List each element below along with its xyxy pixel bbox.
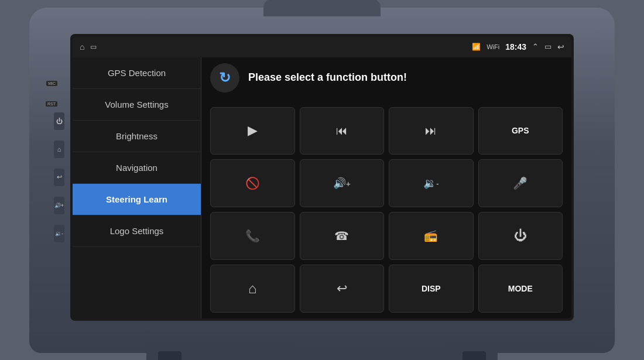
header-text: Please select a function button! — [248, 71, 407, 84]
home-side-btn[interactable]: ⌂ — [54, 140, 64, 158]
gps-button[interactable]: GPS — [478, 107, 563, 155]
mute-icon: 🚫 — [245, 176, 260, 190]
sidebar-item-brightness[interactable]: Brightness — [73, 121, 201, 152]
hook-icon: ☎ — [334, 229, 349, 243]
mount-corner-left — [158, 351, 181, 361]
function-button-grid: ▶ ⏮ ⏭ GPS 🚫 — [210, 107, 563, 313]
power-button[interactable]: ⏻ — [478, 212, 563, 260]
content-area: ↻ Please select a function button! ▶ ⏮ — [201, 57, 571, 318]
disp-label: DISP — [422, 284, 441, 293]
vol-down-side-btn[interactable]: 🔉- — [54, 225, 64, 242]
sidebar-item-navigation[interactable]: Navigation — [73, 152, 201, 184]
main-content: GPS Detection Volume Settings Brightness… — [73, 57, 571, 318]
home-icon: ⌂ — [248, 280, 257, 297]
rst-label: RST — [46, 101, 57, 107]
radio-button[interactable]: 📻 — [389, 212, 474, 260]
status-bar: ⌂ ▭ 📶 WiFi 18:43 ⌃ ▭ ↩ — [73, 36, 571, 57]
mount-corner-right — [463, 351, 486, 361]
vol-up-side-btn[interactable]: 🔊+ — [54, 197, 64, 214]
vol-up-icon: 🔊+ — [333, 177, 351, 190]
back-button[interactable]: ↩ — [300, 265, 385, 313]
window-icon[interactable]: ▭ — [544, 42, 551, 51]
skip-next-icon: ⏭ — [425, 124, 437, 138]
power-side-btn[interactable]: ⏻ — [54, 112, 64, 130]
chevron-up-icon: ⌃ — [532, 42, 539, 51]
screen: ⌂ ▭ 📶 WiFi 18:43 ⌃ ▭ ↩ GPS Detection — [73, 36, 571, 318]
mic-label: MIC — [46, 81, 57, 86]
side-buttons: ⏻ ⌂ ↩ 🔊+ 🔉- — [54, 112, 64, 242]
mode-label: MODE — [508, 284, 533, 293]
refresh-icon[interactable]: ↻ — [210, 63, 239, 92]
home-button[interactable]: ⌂ — [210, 265, 295, 313]
back-side-btn[interactable]: ↩ — [54, 169, 64, 186]
vol-down-button[interactable]: 🔉- — [389, 159, 474, 207]
sidebar-item-logo-settings[interactable]: Logo Settings — [73, 215, 201, 247]
hook-button[interactable]: ☎ — [300, 212, 385, 260]
status-time: 18:43 — [505, 42, 526, 52]
phone-icon: 📞 — [245, 229, 260, 243]
mode-button[interactable]: MODE — [478, 265, 563, 313]
back-status-icon[interactable]: ↩ — [557, 42, 564, 52]
sidebar-item-gps-detection[interactable]: GPS Detection — [73, 57, 201, 89]
gps-label: GPS — [512, 126, 529, 135]
back-icon: ↩ — [337, 281, 347, 296]
bottom-mount — [146, 350, 498, 361]
sidebar: GPS Detection Volume Settings Brightness… — [73, 57, 201, 318]
bluetooth-icon: 📶 — [472, 43, 481, 51]
vol-up-button[interactable]: 🔊+ — [300, 159, 385, 207]
play-button[interactable]: ▶ — [210, 107, 295, 155]
sidebar-item-volume-settings[interactable]: Volume Settings — [73, 89, 201, 121]
content-header: ↻ Please select a function button! — [210, 63, 563, 98]
sidebar-item-steering-learn[interactable]: Steering Learn — [73, 184, 201, 215]
skip-prev-button[interactable]: ⏮ — [300, 107, 385, 155]
home-status-icon[interactable]: ⌂ — [80, 42, 84, 52]
mic-button[interactable]: 🎤 — [478, 159, 563, 207]
vol-down-icon: 🔉- — [423, 177, 439, 190]
phone-button[interactable]: 📞 — [210, 212, 295, 260]
skip-next-button[interactable]: ⏭ — [389, 107, 474, 155]
power-icon: ⏻ — [514, 228, 527, 244]
mount-corners — [158, 351, 486, 361]
disp-button[interactable]: DISP — [389, 265, 474, 313]
mic-icon: 🎤 — [513, 176, 527, 190]
skip-prev-icon: ⏮ — [336, 124, 348, 138]
status-right: 📶 WiFi 18:43 ⌃ ▭ ↩ — [472, 42, 564, 52]
play-icon: ▶ — [248, 123, 258, 138]
status-left: ⌂ ▭ — [80, 42, 97, 52]
mute-button[interactable]: 🚫 — [210, 159, 295, 207]
window-status-icon[interactable]: ▭ — [90, 43, 97, 51]
wifi-icon: WiFi — [487, 43, 499, 50]
car-frame: MIC RST ⏻ ⌂ ↩ 🔊+ 🔉- ⌂ ▭ 📶 WiFi 18:43 — [29, 8, 615, 353]
radio-icon: 📻 — [424, 229, 438, 242]
screen-bezel: MIC RST ⏻ ⌂ ↩ 🔊+ 🔉- ⌂ ▭ 📶 WiFi 18:43 — [70, 34, 574, 321]
